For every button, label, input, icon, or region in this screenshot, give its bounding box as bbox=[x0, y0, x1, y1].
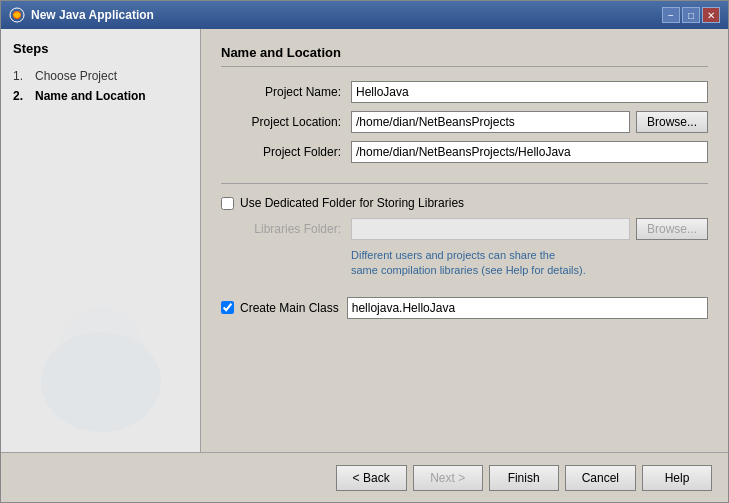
main-class-input[interactable] bbox=[347, 297, 708, 319]
project-folder-label: Project Folder: bbox=[221, 145, 351, 159]
create-main-class-row: Create Main Class bbox=[221, 297, 708, 319]
libraries-browse-button[interactable]: Browse... bbox=[636, 218, 708, 240]
window-title: New Java Application bbox=[31, 8, 154, 22]
minimize-button[interactable]: − bbox=[662, 7, 680, 23]
content-area: Steps 1. Choose Project 2. Name and Loca… bbox=[1, 29, 728, 452]
section-title: Name and Location bbox=[221, 45, 708, 67]
main-panel: Name and Location Project Name: Project … bbox=[201, 29, 728, 452]
project-location-input[interactable] bbox=[351, 111, 630, 133]
project-name-input[interactable] bbox=[351, 81, 708, 103]
netbeans-icon bbox=[9, 7, 25, 23]
help-text: Different users and projects can share t… bbox=[351, 248, 708, 279]
dedicated-folder-checkbox[interactable] bbox=[221, 197, 234, 210]
help-text-line1: Different users and projects can share t… bbox=[351, 249, 555, 261]
sidebar-title: Steps bbox=[13, 41, 188, 56]
help-text-line2: same compilation libraries (see Help for… bbox=[351, 264, 586, 276]
dialog: New Java Application − □ ✕ Steps 1. Choo… bbox=[0, 0, 729, 503]
sidebar-item-name-location: 2. Name and Location bbox=[13, 86, 188, 106]
create-main-label[interactable]: Create Main Class bbox=[240, 301, 339, 315]
steps-list: 1. Choose Project 2. Name and Location bbox=[13, 66, 188, 106]
sidebar: Steps 1. Choose Project 2. Name and Loca… bbox=[1, 29, 201, 452]
separator-1 bbox=[221, 183, 708, 184]
create-main-checkbox[interactable] bbox=[221, 301, 234, 314]
close-button[interactable]: ✕ bbox=[702, 7, 720, 23]
dedicated-folder-label[interactable]: Use Dedicated Folder for Storing Librari… bbox=[240, 196, 464, 210]
cancel-button[interactable]: Cancel bbox=[565, 465, 636, 491]
project-name-label: Project Name: bbox=[221, 85, 351, 99]
sidebar-watermark bbox=[1, 302, 200, 442]
libraries-folder-input bbox=[351, 218, 630, 240]
libraries-folder-row: Libraries Folder: Browse... bbox=[241, 218, 708, 240]
dedicated-folder-row: Use Dedicated Folder for Storing Librari… bbox=[221, 196, 708, 210]
project-folder-row: Project Folder: bbox=[221, 141, 708, 163]
back-button[interactable]: < Back bbox=[336, 465, 407, 491]
finish-button[interactable]: Finish bbox=[489, 465, 559, 491]
project-folder-input[interactable] bbox=[351, 141, 708, 163]
footer: < Back Next > Finish Cancel Help bbox=[1, 452, 728, 502]
project-name-row: Project Name: bbox=[221, 81, 708, 103]
sidebar-item-choose-project: 1. Choose Project bbox=[13, 66, 188, 86]
help-button[interactable]: Help bbox=[642, 465, 712, 491]
libraries-folder-label: Libraries Folder: bbox=[241, 222, 351, 236]
next-button[interactable]: Next > bbox=[413, 465, 483, 491]
maximize-button[interactable]: □ bbox=[682, 7, 700, 23]
project-location-row: Project Location: Browse... bbox=[221, 111, 708, 133]
project-location-browse-button[interactable]: Browse... bbox=[636, 111, 708, 133]
project-location-label: Project Location: bbox=[221, 115, 351, 129]
title-bar: New Java Application − □ ✕ bbox=[1, 1, 728, 29]
